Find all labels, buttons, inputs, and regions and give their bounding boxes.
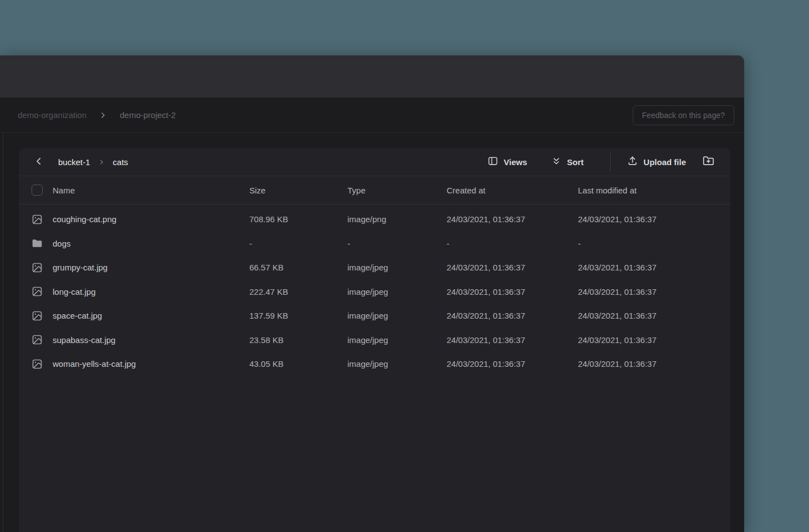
file-name: coughing-cat.png bbox=[53, 214, 116, 224]
file-type: image/jpeg bbox=[347, 359, 447, 369]
file-type: image/png bbox=[347, 214, 447, 224]
file-size: 222.47 KB bbox=[249, 287, 347, 296]
image-icon bbox=[32, 286, 43, 297]
file-modified-at: 24/03/2021, 01:36:37 bbox=[578, 311, 718, 320]
table-row[interactable]: dogs - - - - bbox=[19, 232, 730, 256]
image-icon bbox=[32, 359, 43, 370]
file-created-at: 24/03/2021, 01:36:37 bbox=[447, 214, 578, 224]
file-name: dogs bbox=[53, 239, 71, 248]
image-icon bbox=[32, 214, 43, 225]
file-created-at: 24/03/2021, 01:36:37 bbox=[447, 287, 578, 296]
feedback-button[interactable]: Feedback on this page? bbox=[633, 105, 734, 125]
select-all-checkbox[interactable] bbox=[32, 185, 43, 196]
sort-button-label: Sort bbox=[567, 157, 583, 167]
storage-explorer-panel: bucket-1 cats Views bbox=[19, 148, 730, 532]
file-type: image/jpeg bbox=[347, 287, 447, 296]
file-name: long-cat.jpg bbox=[53, 287, 96, 296]
file-name: space-cat.jpg bbox=[53, 311, 102, 320]
explorer-actions: Views Sort Upload file bbox=[483, 152, 718, 172]
file-list: coughing-cat.png 708.96 KB image/png 24/… bbox=[19, 204, 730, 532]
column-header-name[interactable]: Name bbox=[53, 186, 75, 195]
file-size: - bbox=[249, 239, 347, 248]
breadcrumb-current-folder: cats bbox=[113, 157, 129, 167]
column-header-size[interactable]: Size bbox=[249, 186, 347, 195]
upload-file-button-label: Upload file bbox=[643, 157, 686, 167]
table-row[interactable]: long-cat.jpg 222.47 KB image/jpeg 24/03/… bbox=[19, 280, 730, 304]
file-modified-at: - bbox=[578, 239, 718, 248]
back-button[interactable] bbox=[32, 154, 46, 170]
views-button-label: Views bbox=[504, 157, 527, 167]
file-size: 66.57 KB bbox=[249, 263, 347, 272]
chevrons-down-icon bbox=[551, 156, 561, 168]
file-modified-at: 24/03/2021, 01:36:37 bbox=[578, 335, 718, 345]
file-type: image/jpeg bbox=[347, 263, 447, 272]
window-top-band bbox=[0, 55, 744, 98]
breadcrumb-project[interactable]: demo-project-2 bbox=[120, 110, 176, 120]
file-created-at: - bbox=[447, 239, 578, 248]
file-name: grumpy-cat.jpg bbox=[53, 263, 107, 272]
chevron-right-icon bbox=[98, 158, 105, 166]
views-button[interactable]: Views bbox=[483, 152, 531, 171]
breadcrumb-organization[interactable]: demo-organization bbox=[18, 110, 86, 120]
app-window: demo-organization demo-project-2 Feedbac… bbox=[0, 55, 744, 532]
file-created-at: 24/03/2021, 01:36:37 bbox=[447, 335, 578, 345]
file-type: image/jpeg bbox=[347, 311, 447, 320]
image-icon bbox=[32, 262, 43, 273]
file-size: 43.05 KB bbox=[249, 359, 347, 369]
table-row[interactable]: space-cat.jpg 137.59 KB image/jpeg 24/03… bbox=[19, 304, 730, 328]
file-name: woman-yells-at-cat.jpg bbox=[53, 359, 136, 369]
columns-view-icon bbox=[488, 156, 498, 168]
folder-icon bbox=[32, 238, 43, 249]
create-folder-button[interactable] bbox=[699, 152, 718, 172]
toolbar-divider bbox=[610, 152, 611, 171]
file-created-at: 24/03/2021, 01:36:37 bbox=[447, 359, 578, 369]
upload-file-button[interactable]: Upload file bbox=[623, 152, 690, 171]
table-row[interactable]: grumpy-cat.jpg 66.57 KB image/jpeg 24/03… bbox=[19, 255, 730, 280]
file-created-at: 24/03/2021, 01:36:37 bbox=[447, 311, 578, 320]
file-modified-at: 24/03/2021, 01:36:37 bbox=[578, 214, 718, 224]
breadcrumb: demo-organization demo-project-2 bbox=[18, 110, 176, 120]
explorer-breadcrumb: bucket-1 cats bbox=[32, 154, 128, 170]
file-type: image/jpeg bbox=[347, 335, 447, 345]
breadcrumb-bucket[interactable]: bucket-1 bbox=[58, 157, 90, 167]
file-type: - bbox=[347, 239, 447, 248]
file-created-at: 24/03/2021, 01:36:37 bbox=[447, 263, 578, 272]
upload-icon bbox=[627, 156, 638, 168]
table-row[interactable]: coughing-cat.png 708.96 KB image/png 24/… bbox=[19, 207, 730, 232]
file-modified-at: 24/03/2021, 01:36:37 bbox=[578, 263, 718, 272]
column-header-type[interactable]: Type bbox=[347, 186, 447, 195]
chevron-left-icon bbox=[34, 156, 44, 168]
file-modified-at: 24/03/2021, 01:36:37 bbox=[578, 287, 718, 296]
column-header-created-at[interactable]: Created at bbox=[447, 186, 578, 195]
app-header: demo-organization demo-project-2 Feedbac… bbox=[0, 98, 744, 133]
file-size: 23.58 KB bbox=[249, 335, 347, 345]
file-size: 137.59 KB bbox=[249, 311, 347, 320]
column-header-last-modified-at[interactable]: Last modified at bbox=[578, 186, 718, 195]
content-area: bucket-1 cats Views bbox=[3, 133, 744, 532]
table-row[interactable]: woman-yells-at-cat.jpg 43.05 KB image/jp… bbox=[19, 352, 730, 376]
table-header: Name Size Type Created at Last modified … bbox=[19, 176, 730, 204]
image-icon bbox=[32, 334, 43, 345]
file-modified-at: 24/03/2021, 01:36:37 bbox=[578, 359, 718, 369]
image-icon bbox=[32, 310, 43, 321]
file-size: 708.96 KB bbox=[249, 214, 347, 224]
sort-button[interactable]: Sort bbox=[547, 153, 588, 171]
table-row[interactable]: supabass-cat.jpg 23.58 KB image/jpeg 24/… bbox=[19, 328, 730, 352]
chevron-right-icon bbox=[99, 111, 107, 120]
file-name: supabass-cat.jpg bbox=[53, 335, 115, 345]
folder-plus-icon bbox=[703, 155, 714, 168]
explorer-toolbar: bucket-1 cats Views bbox=[19, 148, 730, 176]
